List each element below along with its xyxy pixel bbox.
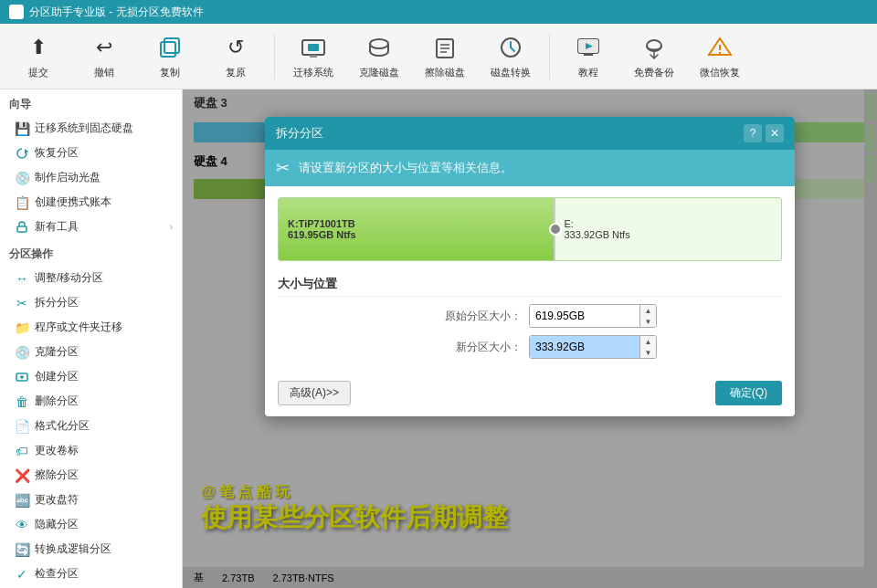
clone-part-icon: 💿 xyxy=(15,345,29,360)
sidebar-item-create-part[interactable]: 创建分区 xyxy=(0,364,182,389)
wechat-recover-icon xyxy=(705,33,734,62)
toolbar-free-backup-btn[interactable]: 免费备份 xyxy=(623,27,685,86)
toolbar-submit-btn[interactable]: ⬆ 提交 xyxy=(7,27,69,86)
sidebar-item-clone-part[interactable]: 💿 克隆分区 xyxy=(0,340,182,364)
sidebar-item-split[interactable]: ✂ 拆分分区 xyxy=(0,290,182,315)
toolbar-free-backup-label: 免费备份 xyxy=(634,66,674,79)
dialog-title: 拆分分区 xyxy=(276,125,323,142)
new-size-input[interactable] xyxy=(530,336,639,358)
split-partition-dialog: 拆分分区 ? ✕ ✂ 请设置新分区的大小与位置等相关信息。 K:TiP71001… xyxy=(265,117,795,416)
restore-partition-icon xyxy=(15,146,29,161)
free-backup-icon xyxy=(639,33,669,62)
sidebar-item-boot-disc[interactable]: 💿 制作启动光盘 xyxy=(0,165,182,190)
partition-right: E: 333.92GB Ntfs xyxy=(555,198,782,260)
sidebar: 向导 💾 迁移系统到固态硬盘 恢复分区 💿 制作启动光盘 📋 创建便携式账本 新… xyxy=(0,89,183,588)
spinner-up-2[interactable]: ▲ xyxy=(640,336,656,347)
sidebar-item-change-drive[interactable]: 🔤 更改盘符 xyxy=(0,488,182,512)
check-icon: ✓ xyxy=(15,567,29,582)
toolbar-restore-btn[interactable]: ↺ 复原 xyxy=(205,27,267,86)
toolbar-clone-disk-btn[interactable]: 克隆磁盘 xyxy=(348,27,410,86)
sidebar-item-format[interactable]: 📄 格式化分区 xyxy=(0,414,182,438)
submit-icon: ⬆ xyxy=(24,33,53,62)
sidebar-item-migrate-system[interactable]: 💾 迁移系统到固态硬盘 xyxy=(0,116,182,141)
toolbar-migrate-btn[interactable]: 迁移系统 xyxy=(282,27,344,86)
file-migrate-icon: 📁 xyxy=(15,320,29,335)
sidebar-item-new-tools[interactable]: 新有工具 › xyxy=(0,215,182,239)
new-size-input-wrap: ▲ ▼ xyxy=(529,335,657,359)
size-position-section: 大小与位置 原始分区大小： ▲ ▼ 新分区大小： xyxy=(265,272,795,373)
modal-overlay: 拆分分区 ? ✕ ✂ 请设置新分区的大小与位置等相关信息。 K:TiP71001… xyxy=(183,89,877,588)
toolbar-migrate-label: 迁移系统 xyxy=(293,66,333,79)
svg-rect-20 xyxy=(17,226,26,232)
partition-left-size: 619.95GB Ntfs xyxy=(288,229,544,240)
new-size-row: 新分区大小： ▲ ▼ xyxy=(278,335,782,359)
svg-rect-4 xyxy=(310,55,317,58)
sidebar-item-change-label[interactable]: 🏷 更改卷标 xyxy=(0,438,182,463)
convert-logical-icon: 🔄 xyxy=(15,542,29,557)
spinner-down-1[interactable]: ▼ xyxy=(640,316,656,327)
toolbar-wechat-recover-btn[interactable]: 微信恢复 xyxy=(689,27,751,86)
sidebar-item-hide-part[interactable]: 👁 隐藏分区 xyxy=(0,512,182,537)
original-size-spinner[interactable]: ▲ ▼ xyxy=(639,305,656,327)
partition-left-name: K:TiP71001TB xyxy=(288,218,544,229)
main-layout: 向导 💾 迁移系统到固态硬盘 恢复分区 💿 制作启动光盘 📋 创建便携式账本 新… xyxy=(0,89,877,588)
sidebar-item-portable[interactable]: 📋 创建便携式账本 xyxy=(0,190,182,215)
toolbar-tutorial-label: 教程 xyxy=(578,66,598,79)
undo-icon: ↩ xyxy=(90,33,119,62)
change-drive-icon: 🔤 xyxy=(15,493,29,508)
migrate-icon xyxy=(299,33,328,62)
create-part-icon xyxy=(15,370,29,384)
copy-icon xyxy=(155,33,185,62)
restore-icon: ↺ xyxy=(221,33,250,62)
sidebar-item-check[interactable]: ✓ 检查分区 xyxy=(0,562,182,586)
toolbar-undo-label: 撤销 xyxy=(94,66,114,79)
wipe-part-icon: ❌ xyxy=(15,468,29,483)
toolbar-disk-convert-btn[interactable]: 磁盘转换 xyxy=(480,27,542,86)
toolbar-sep-2 xyxy=(549,34,550,79)
dialog-header-bar: ✂ 请设置新分区的大小与位置等相关信息。 xyxy=(265,150,795,186)
resize-icon: ↔ xyxy=(15,271,29,286)
partition-divider-handle[interactable] xyxy=(549,223,562,236)
sidebar-ops-title: 分区操作 xyxy=(0,239,182,266)
original-size-row: 原始分区大小： ▲ ▼ xyxy=(278,304,782,328)
sidebar-item-resize[interactable]: ↔ 调整/移动分区 xyxy=(0,266,182,290)
spinner-down-2[interactable]: ▼ xyxy=(640,347,656,358)
partition-left: K:TiP71001TB 619.95GB Ntfs xyxy=(279,198,555,260)
sidebar-guide-title: 向导 xyxy=(0,89,182,116)
tutorial-icon xyxy=(574,33,603,62)
advanced-btn[interactable]: 高级(A)>> xyxy=(278,381,351,405)
toolbar-undo-btn[interactable]: ↩ 撤销 xyxy=(73,27,135,86)
toolbar-wipe-disk-btn[interactable]: 擦除磁盘 xyxy=(414,27,476,86)
sp-section-title: 大小与位置 xyxy=(278,276,782,297)
dialog-help-btn[interactable]: ? xyxy=(744,124,762,142)
toolbar-copy-label: 复制 xyxy=(160,66,180,79)
hide-part-icon: 👁 xyxy=(15,518,29,532)
toolbar-tutorial-btn[interactable]: 教程 xyxy=(557,27,619,86)
dialog-close-btn[interactable]: ✕ xyxy=(766,124,784,142)
original-size-input[interactable] xyxy=(530,305,639,327)
title-bar: 分区助手专业版 - 无损分区免费软件 xyxy=(0,0,877,24)
change-label-icon: 🏷 xyxy=(15,444,29,458)
sidebar-item-restore-partition[interactable]: 恢复分区 xyxy=(0,141,182,165)
clone-disk-icon xyxy=(365,33,394,62)
dialog-titlebar: 拆分分区 ? ✕ xyxy=(265,117,795,150)
svg-point-5 xyxy=(370,39,388,48)
toolbar-copy-btn[interactable]: 复制 xyxy=(139,27,201,86)
new-size-label: 新分区大小： xyxy=(403,340,522,355)
svg-rect-1 xyxy=(164,38,179,53)
wipe-disk-icon xyxy=(430,33,460,62)
sidebar-item-file-migrate[interactable]: 📁 程序或文件夹迁移 xyxy=(0,315,182,340)
dialog-footer: 高级(A)>> 确定(Q) xyxy=(265,373,795,416)
delete-part-icon: 🗑 xyxy=(15,394,29,409)
partition-right-name: E: xyxy=(565,218,773,229)
confirm-btn[interactable]: 确定(Q) xyxy=(715,381,782,405)
sidebar-item-convert-logical[interactable]: 🔄 转换成逻辑分区 xyxy=(0,537,182,562)
dialog-header-icon: ✂ xyxy=(276,158,290,178)
app-logo xyxy=(9,5,24,19)
new-size-spinner[interactable]: ▲ ▼ xyxy=(639,336,656,358)
partition-right-size: 333.92GB Ntfs xyxy=(565,229,773,240)
spinner-up-1[interactable]: ▲ xyxy=(640,305,656,316)
sidebar-item-delete-part[interactable]: 🗑 删除分区 xyxy=(0,389,182,414)
toolbar-disk-convert-label: 磁盘转换 xyxy=(491,66,531,79)
sidebar-item-wipe-part[interactable]: ❌ 擦除分区 xyxy=(0,463,182,488)
